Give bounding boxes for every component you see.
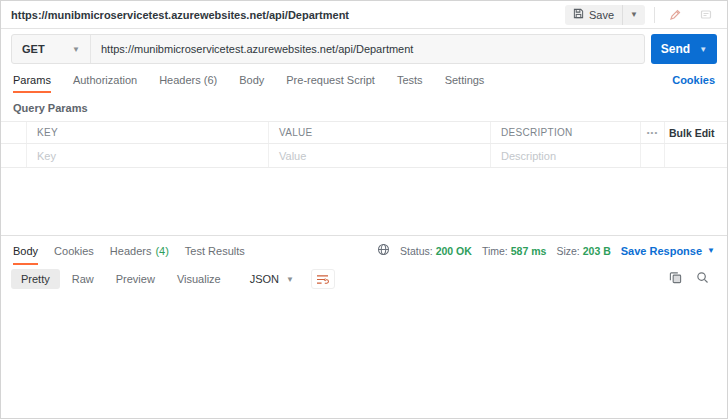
save-button[interactable]: Save ▼ [565, 5, 645, 25]
request-tab-pre-request-script[interactable]: Pre-request Script [286, 67, 375, 93]
search-icon[interactable] [696, 270, 709, 288]
time-value: 587 ms [511, 245, 547, 257]
description-column-header: DESCRIPTION [501, 127, 573, 138]
send-button-label: Send [661, 42, 690, 56]
response-toolbar-actions [669, 270, 717, 288]
url-value: https://munibmicroservicetest.azurewebsi… [101, 43, 413, 55]
query-params-table: KEY VALUE DESCRIPTION ••• Bulk Edit Key … [1, 121, 727, 168]
table-header-row: KEY VALUE DESCRIPTION ••• Bulk Edit [1, 122, 727, 144]
row-select-cell [1, 144, 27, 167]
request-url-row: GET ▼ https://munibmicroservicetest.azur… [1, 29, 727, 67]
value-column-header: VALUE [279, 127, 313, 138]
more-options-icon[interactable]: ••• [647, 128, 658, 137]
status-value: 200 OK [436, 245, 472, 257]
key-input[interactable]: Key [37, 150, 258, 162]
titlebar-actions: Save ▼ [565, 5, 717, 25]
response-meta: Status: 200 OK Time: 587 ms Size: 203 B … [377, 243, 715, 258]
method-select[interactable]: GET ▼ [12, 35, 90, 63]
save-response-chevron: ▼ [707, 246, 715, 255]
titlebar-divider [654, 7, 655, 23]
url-bar: GET ▼ https://munibmicroservicetest.azur… [11, 34, 645, 64]
response-tab-headers[interactable]: Headers(4) [110, 236, 169, 265]
network-globe-icon[interactable] [377, 243, 390, 258]
description-input[interactable]: Description [501, 150, 630, 162]
time-badge: Time: 587 ms [482, 245, 547, 257]
request-tab-tests[interactable]: Tests [397, 67, 423, 93]
copy-icon[interactable] [669, 270, 682, 288]
format-chevron-icon: ▼ [286, 275, 294, 284]
edit-icon[interactable] [664, 5, 686, 25]
query-params-title: Query Params [1, 93, 727, 121]
value-input[interactable]: Value [279, 150, 480, 162]
size-badge: Size: 203 B [556, 245, 610, 257]
save-button-label: Save [589, 9, 614, 21]
response-tabs: BodyCookiesHeaders(4)Test Results Status… [1, 236, 727, 265]
save-icon [573, 8, 584, 21]
request-tab-body[interactable]: Body [239, 67, 264, 93]
request-tabs: ParamsAuthorizationHeaders (6)BodyPre-re… [1, 67, 727, 93]
request-tab-authorization[interactable]: Authorization [73, 67, 137, 93]
request-title-bar: https://munibmicroservicetest.azurewebsi… [1, 1, 727, 29]
request-tab-headers-6[interactable]: Headers (6) [159, 67, 217, 93]
key-column-header: KEY [37, 127, 58, 138]
save-response-button[interactable]: Save Response ▼ [621, 245, 715, 257]
response-view-toolbar: PrettyRawPreviewVisualize JSON ▼ [1, 265, 727, 293]
response-tab-cookies[interactable]: Cookies [54, 236, 94, 265]
request-tab-title: https://munibmicroservicetest.azurewebsi… [11, 9, 349, 21]
tab-count-badge: (4) [155, 245, 168, 257]
request-tab-params[interactable]: Params [13, 67, 51, 93]
method-value: GET [22, 43, 45, 55]
response-panel: BodyCookiesHeaders(4)Test Results Status… [1, 235, 727, 418]
cookies-link[interactable]: Cookies [672, 74, 715, 86]
table-row: Key Value Description [1, 144, 727, 168]
wrap-text-button[interactable] [311, 269, 335, 289]
view-tab-preview[interactable]: Preview [106, 269, 165, 289]
request-tab-settings[interactable]: Settings [445, 67, 485, 93]
format-value: JSON [250, 273, 279, 285]
bulk-edit-button[interactable]: Bulk Edit [669, 127, 715, 139]
method-chevron-icon: ▼ [72, 45, 80, 54]
status-badge: Status: 200 OK [400, 245, 472, 257]
send-button[interactable]: Send ▼ [651, 34, 717, 64]
comments-icon[interactable] [695, 5, 717, 25]
save-options-chevron[interactable]: ▼ [622, 5, 645, 25]
response-tab-body[interactable]: Body [13, 236, 38, 265]
url-input[interactable]: https://munibmicroservicetest.azurewebsi… [90, 35, 644, 63]
view-tab-visualize[interactable]: Visualize [167, 269, 231, 289]
response-tab-test-results[interactable]: Test Results [185, 236, 245, 265]
view-tab-raw[interactable]: Raw [62, 269, 104, 289]
send-options-chevron[interactable]: ▼ [699, 45, 707, 54]
postman-request-window: https://munibmicroservicetest.azurewebsi… [0, 0, 728, 419]
select-column-header [1, 122, 27, 143]
format-select[interactable]: JSON ▼ [241, 269, 303, 289]
size-value: 203 B [583, 245, 611, 257]
view-tab-pretty[interactable]: Pretty [11, 269, 60, 289]
